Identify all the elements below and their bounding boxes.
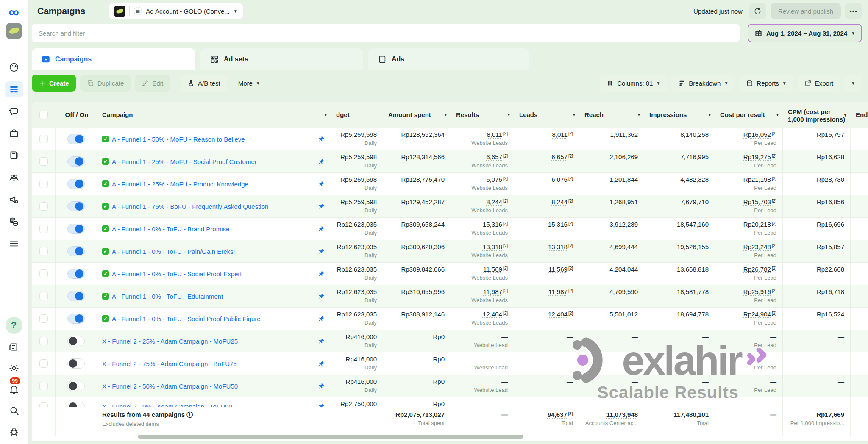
- create-button[interactable]: Create: [32, 75, 76, 92]
- pin-icon[interactable]: [317, 360, 325, 367]
- pin-icon[interactable]: [317, 315, 325, 322]
- row-checkbox[interactable]: [39, 135, 48, 143]
- edit-button[interactable]: Edit: [135, 75, 170, 92]
- horizontal-scrollbar-thumb[interactable]: [138, 435, 523, 439]
- campaign-name-link[interactable]: A - Funnel 1 - 0% - ToFU - Pain/Gain Ere…: [112, 248, 235, 255]
- pin-icon[interactable]: [317, 203, 325, 210]
- campaign-toggle[interactable]: [67, 156, 85, 166]
- pin-icon[interactable]: [317, 248, 325, 255]
- campaign-toggle[interactable]: [67, 291, 85, 301]
- pin-icon[interactable]: [317, 225, 325, 233]
- campaign-name-link[interactable]: A - Funnel 1 - 0% - ToFU - Edutainment: [112, 293, 223, 300]
- sidebar-item-overview[interactable]: [5, 59, 23, 75]
- campaign-name-link[interactable]: X - Funnel 2 - 75% - Adam Campaign - BoF…: [102, 360, 237, 367]
- sidebar-item-billing[interactable]: [5, 214, 23, 230]
- bug-report-button[interactable]: [5, 424, 23, 440]
- campaign-toggle[interactable]: [67, 336, 85, 346]
- campaign-toggle[interactable]: [67, 269, 85, 279]
- row-checkbox[interactable]: [39, 157, 48, 166]
- campaign-name-link[interactable]: A - Funnel 1 - 0% - ToFU - Brand Promise: [112, 225, 229, 233]
- search-button[interactable]: [5, 402, 23, 419]
- pin-icon[interactable]: [317, 136, 325, 143]
- review-and-publish-button[interactable]: Review and publish: [771, 3, 841, 19]
- campaign-toggle[interactable]: [67, 201, 85, 211]
- sidebar-item-audiences[interactable]: [5, 169, 23, 186]
- row-checkbox[interactable]: [39, 314, 48, 323]
- campaign-name-link[interactable]: A - Funnel 1 - 25% - MoFU - Product Know…: [112, 180, 248, 188]
- campaign-toggle[interactable]: [67, 358, 85, 369]
- campaign-name-link[interactable]: X - Funnel 2 - 50% - Adam Campaign - MoF…: [102, 383, 238, 390]
- col-cost-per-result[interactable]: Cost per result▼: [715, 102, 783, 128]
- campaign-toggle[interactable]: [67, 246, 85, 256]
- settings-button[interactable]: [5, 360, 23, 376]
- campaign-toggle[interactable]: [67, 134, 85, 144]
- news-button[interactable]: [5, 339, 23, 355]
- profile-avatar[interactable]: [6, 23, 22, 39]
- duplicate-button[interactable]: Duplicate: [80, 75, 131, 92]
- row-checkbox[interactable]: [39, 180, 48, 188]
- sidebar-item-business[interactable]: [5, 125, 23, 142]
- select-all-checkbox[interactable]: [39, 111, 48, 119]
- col-results[interactable]: Results▼: [451, 102, 514, 128]
- row-checkbox[interactable]: [39, 202, 48, 211]
- more-options-button[interactable]: •••: [845, 3, 862, 19]
- campaign-name-link[interactable]: A - Funnel 1 - 75% - BoFU - Frequently A…: [112, 203, 268, 210]
- row-checkbox[interactable]: [39, 225, 48, 233]
- tab-campaigns[interactable]: Campaigns: [32, 48, 195, 70]
- ab-test-button[interactable]: A/B test: [181, 75, 227, 92]
- row-checkbox[interactable]: [39, 382, 48, 390]
- campaign-toggle[interactable]: [67, 179, 85, 189]
- notifications-button[interactable]: 99: [5, 381, 23, 397]
- col-cpm[interactable]: CPM (cost per 1,000 impressions)▼: [783, 102, 851, 128]
- meta-logo-icon[interactable]: ∞: [8, 3, 19, 20]
- breakdown-button[interactable]: Breakdown▼: [671, 75, 735, 92]
- reports-button[interactable]: Reports▼: [739, 75, 793, 92]
- campaign-name-link[interactable]: X - Funnel 2 - 0% - Adam Campaign - ToFU…: [102, 403, 232, 407]
- row-checkbox[interactable]: [39, 359, 48, 368]
- campaign-name-link[interactable]: A - Funnel 1 - 50% - MoFU - Reason to Be…: [112, 136, 245, 143]
- col-impressions[interactable]: Impressions▼: [644, 102, 715, 128]
- pin-icon[interactable]: [317, 180, 325, 188]
- col-leads[interactable]: Leads▼: [514, 102, 579, 128]
- campaign-toggle[interactable]: [67, 224, 85, 234]
- columns-button[interactable]: Columns: 01▼: [600, 75, 667, 92]
- pin-icon[interactable]: [317, 338, 325, 345]
- tab-ads[interactable]: Ads: [368, 48, 529, 70]
- refresh-button[interactable]: [749, 3, 766, 19]
- more-button[interactable]: More▼: [231, 75, 267, 92]
- campaign-toggle[interactable]: [67, 402, 85, 407]
- col-budget[interactable]: dget: [331, 102, 383, 128]
- tab-ad-sets[interactable]: Ad sets: [200, 48, 363, 70]
- row-checkbox[interactable]: [39, 402, 48, 407]
- campaign-name-link[interactable]: A - Funnel 1 - 0% - ToFU - Social Proof …: [112, 315, 261, 322]
- col-reach[interactable]: Reach▼: [579, 102, 644, 128]
- col-amount-spent[interactable]: Amount spent▼: [383, 102, 451, 128]
- pin-icon[interactable]: [317, 270, 325, 278]
- export-button[interactable]: Export: [798, 75, 840, 92]
- export-more-button[interactable]: ▼: [844, 75, 862, 92]
- sidebar-item-inbox[interactable]: [5, 103, 23, 119]
- col-campaign[interactable]: Campaign▼: [97, 102, 331, 128]
- pin-icon[interactable]: [317, 293, 325, 300]
- pin-icon[interactable]: [317, 403, 325, 407]
- info-icon[interactable]: ⓘ: [186, 411, 193, 418]
- sidebar-item-ads-manager[interactable]: [5, 81, 23, 97]
- sidebar-item-ads[interactable]: [5, 191, 23, 208]
- pin-icon[interactable]: [317, 158, 325, 165]
- pin-icon[interactable]: [317, 383, 325, 390]
- sidebar-item-pages[interactable]: [5, 147, 23, 164]
- row-checkbox[interactable]: [39, 337, 48, 345]
- ad-account-selector[interactable]: ▩ Ad Account - GOLO (Conve... ▼: [109, 3, 243, 19]
- help-button[interactable]: ?: [6, 317, 22, 334]
- search-input[interactable]: [39, 30, 733, 37]
- campaign-name-link[interactable]: A - Funnel 1 - 0% - ToFU - Social Proof …: [112, 270, 242, 278]
- col-ends[interactable]: Ends: [851, 102, 868, 128]
- date-range-picker[interactable]: Aug 1, 2024 – Aug 31, 2024 ▼: [748, 24, 862, 42]
- campaign-toggle[interactable]: [67, 314, 85, 324]
- row-checkbox[interactable]: [39, 269, 48, 278]
- sidebar-item-all-tools[interactable]: [5, 236, 23, 252]
- campaign-toggle[interactable]: [67, 381, 85, 391]
- horizontal-scrollbar[interactable]: [32, 435, 868, 440]
- campaign-name-link[interactable]: A - Funnel 1 - 25% - MoFU - Social Proof…: [112, 158, 257, 165]
- campaign-name-link[interactable]: X - Funnel 2 - 25% - Adam Campaign - MoF…: [102, 338, 238, 345]
